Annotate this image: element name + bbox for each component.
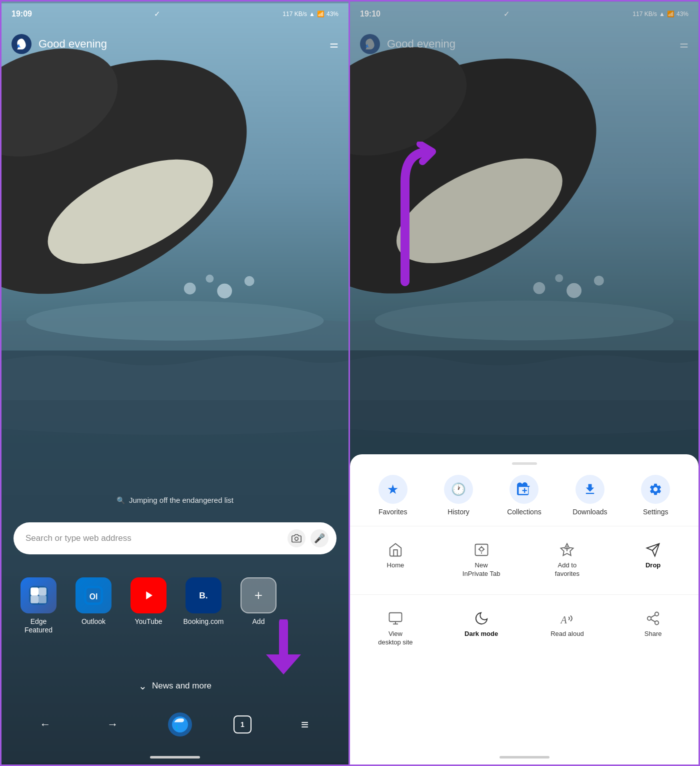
- mic-icon[interactable]: 🎤: [310, 529, 328, 547]
- right-phone: 19:10 ✓ 117 KB/s ▲ 📶 43% Good evening ⚌ …: [350, 0, 700, 766]
- svg-line-54: [651, 615, 656, 617]
- svg-point-10: [184, 283, 196, 295]
- bottom-nav: ← → 1 ≡: [2, 704, 348, 744]
- forward-button[interactable]: →: [98, 710, 126, 738]
- svg-point-50: [655, 612, 659, 616]
- downloads-icon-circle: [576, 475, 604, 504]
- svg-text:B.: B.: [199, 591, 208, 601]
- read-aloud-icon-svg: A: [560, 611, 574, 626]
- svg-point-6: [26, 301, 324, 340]
- sheet-downloads-item[interactable]: Downloads: [570, 475, 610, 516]
- svg-point-12: [295, 537, 298, 541]
- edge-shortcut-label: EdgeFeatured: [24, 617, 52, 634]
- caption-text: Jumping off the endangered list: [129, 496, 234, 504]
- outlook-shortcut-label: Outlook: [82, 617, 106, 626]
- settings-label: Settings: [643, 508, 668, 516]
- status-check: ✓: [154, 10, 160, 19]
- menu-desktop[interactable]: Viewdesktop site: [355, 605, 436, 653]
- shortcut-booking[interactable]: B. Booking.com: [178, 577, 228, 634]
- left-phone: 19:09 ✓ 117 KB/s ▲ 📶 43% Good evening ⚌ …: [0, 0, 350, 766]
- collections-label: Collections: [507, 508, 541, 516]
- home-icon-svg: [388, 542, 403, 557]
- sheet-menu-row2: Viewdesktop site Dark mode A Read aloud: [350, 595, 698, 663]
- youtube-shortcut-label: YouTube: [134, 617, 162, 626]
- collections-icon-circle: [510, 475, 538, 504]
- home-menu-label: Home: [387, 561, 404, 570]
- svg-text:Ol: Ol: [90, 592, 98, 601]
- dark-mode-icon-svg: [474, 611, 489, 626]
- camera-search-icon[interactable]: [288, 529, 306, 547]
- settings-sliders-icon[interactable]: ⚌: [330, 38, 338, 50]
- add-favorites-icon-svg: [560, 542, 574, 557]
- tab-count-label: 1: [240, 720, 244, 728]
- favorites-star-icon: ★: [387, 482, 398, 497]
- menu-read-aloud[interactable]: A Read aloud: [527, 605, 608, 653]
- edge-home-button[interactable]: [166, 710, 194, 738]
- shortcut-outlook[interactable]: Ol Outlook: [68, 577, 118, 634]
- svg-rect-14: [30, 588, 38, 596]
- menu-home[interactable]: Home: [355, 536, 436, 584]
- search-placeholder: Search or type web address: [26, 533, 282, 543]
- status-bar: 19:09 ✓ 117 KB/s ▲ 📶 43%: [2, 2, 348, 27]
- svg-rect-46: [389, 613, 402, 622]
- chevron-down-icon: ⌄: [138, 680, 147, 692]
- sheet-menu-row1: Home NewInPrivate Tab Add tofavorites: [350, 526, 698, 595]
- settings-icon-circle: [641, 475, 670, 504]
- sheet-favorites-item[interactable]: ★ Favorites: [373, 475, 413, 516]
- svg-point-8: [244, 276, 254, 286]
- edge-main-logo-icon: [168, 712, 192, 736]
- outlook-shortcut-icon: Ol: [76, 577, 112, 613]
- sheet-history-item[interactable]: 🕐 History: [438, 475, 478, 516]
- menu-add-favorites[interactable]: Add tofavorites: [527, 536, 608, 584]
- downloads-label: Downloads: [572, 508, 607, 516]
- drop-menu-label: Drop: [646, 561, 660, 570]
- edge-logo: [12, 34, 32, 54]
- edge-logo-icon: [15, 38, 28, 51]
- favorites-icon-circle: ★: [378, 475, 408, 504]
- header-bar: Good evening ⚌: [2, 27, 348, 62]
- menu-share[interactable]: Share: [612, 605, 694, 653]
- history-clock-icon: 🕐: [451, 482, 466, 496]
- dark-mode-menu-label: Dark mode: [464, 630, 498, 638]
- downloads-icon-svg: [583, 482, 597, 496]
- inprivate-icon-svg: [474, 542, 489, 557]
- favorites-label: Favorites: [378, 508, 408, 516]
- desktop-icon-svg: [388, 611, 403, 626]
- shortcut-youtube[interactable]: YouTube: [124, 577, 174, 634]
- news-label: News and more: [152, 681, 212, 691]
- sheet-handle: [512, 462, 537, 465]
- shortcut-edge[interactable]: EdgeFeatured: [14, 577, 64, 634]
- status-kb: 117 KB/s: [282, 11, 307, 18]
- menu-inprivate[interactable]: NewInPrivate Tab: [441, 536, 522, 584]
- booking-icon-svg: B.: [194, 586, 213, 605]
- back-button[interactable]: ←: [31, 710, 59, 738]
- desktop-menu-label: Viewdesktop site: [378, 630, 412, 647]
- settings-gear-icon-svg: [648, 482, 662, 496]
- svg-rect-15: [38, 588, 46, 596]
- status-icons: 117 KB/s ▲ 📶 43%: [282, 11, 338, 18]
- edge-icon-svg: [29, 586, 48, 605]
- menu-drop[interactable]: Drop: [612, 536, 694, 584]
- menu-button[interactable]: ≡: [291, 710, 319, 738]
- forward-icon: →: [107, 718, 118, 731]
- sheet-collections-item[interactable]: Collections: [504, 475, 544, 516]
- wifi-icon: ▲: [309, 11, 315, 18]
- plus-icon: +: [254, 587, 262, 603]
- tab-count-button[interactable]: 1: [234, 715, 252, 733]
- back-icon: ←: [40, 718, 50, 731]
- edge-shortcut-icon: [20, 577, 56, 613]
- menu-dark-mode[interactable]: Dark mode: [441, 605, 522, 653]
- youtube-shortcut-icon: [130, 577, 166, 613]
- add-favorites-menu-label: Add tofavorites: [555, 561, 580, 578]
- booking-shortcut-label: Booking.com: [184, 617, 224, 626]
- booking-shortcut-icon: B.: [186, 577, 222, 613]
- svg-point-40: [480, 547, 484, 551]
- svg-point-9: [206, 275, 214, 283]
- camera-icon-svg: [292, 533, 302, 543]
- caption-container: 🔍 Jumping off the endangered list: [2, 496, 348, 504]
- svg-rect-17: [38, 595, 46, 603]
- bottom-sheet: ★ Favorites 🕐 History Collections: [350, 454, 698, 764]
- sheet-settings-item[interactable]: Settings: [636, 475, 676, 516]
- search-bar[interactable]: Search or type web address 🎤: [14, 522, 336, 554]
- svg-rect-16: [30, 595, 38, 603]
